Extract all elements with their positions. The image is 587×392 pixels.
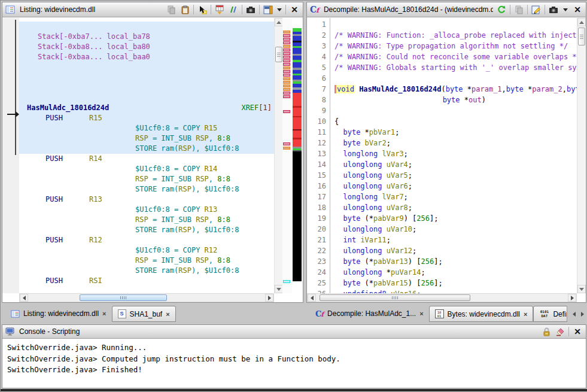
scroll-lock-icon[interactable] <box>541 326 552 337</box>
display-options-caret-icon[interactable] <box>276 4 282 15</box>
scrollbar-thumb[interactable] <box>275 47 282 62</box>
decompile-line[interactable]: ulonglong uVar8; <box>334 202 577 213</box>
decompile-line[interactable]: byte (*pabVar13) [256]; <box>334 256 577 267</box>
listing-line[interactable]: PUSHR13 <box>19 195 274 205</box>
listing-marker-margin[interactable] <box>282 18 292 293</box>
nav-marker[interactable] <box>283 81 290 84</box>
diff-view-icon[interactable] <box>228 4 239 15</box>
decompile-line[interactable]: ulonglong uVar12; <box>334 245 577 256</box>
scroll-left-arrow[interactable] <box>20 294 28 302</box>
nav-marker[interactable] <box>283 92 290 95</box>
snapshot-camera-icon[interactable] <box>548 4 559 15</box>
nav-marker[interactable] <box>283 147 290 150</box>
refresh-icon[interactable] <box>496 4 507 15</box>
listing-line[interactable]: STORE ram(RSP), $U1cf0:8 <box>19 184 274 195</box>
decompile-tab-defined-strings[interactable]: 0101DATDefined Strings× <box>533 306 567 322</box>
nav-marker[interactable] <box>283 142 290 145</box>
scroll-down-arrow[interactable] <box>577 285 586 293</box>
listing-code-area[interactable]: Stack[-0xba7... local_ba78Stack[-0xba8..… <box>19 18 274 293</box>
listing-line[interactable]: STORE ram(RSP), $U1cf0:8 <box>19 225 274 235</box>
nav-marker[interactable] <box>283 70 290 73</box>
display-options-icon[interactable] <box>263 4 273 15</box>
nav-marker[interactable] <box>283 38 290 41</box>
nav-marker[interactable] <box>283 84 290 87</box>
copy-icon[interactable] <box>166 4 177 15</box>
nav-marker[interactable] <box>283 34 290 37</box>
decompile-code-area[interactable]: /* WARNING: Function: _alloca_probe repl… <box>330 18 577 293</box>
decompile-line[interactable]: ulonglong uVar5; <box>334 170 577 181</box>
decompile-line[interactable] <box>334 19 577 30</box>
decompile-line[interactable]: longlong lVar7; <box>334 192 577 202</box>
nav-marker[interactable] <box>283 77 290 80</box>
listing-tab-listing-widevinecdm-dll[interactable]: Listing: widevinecdm.dll× <box>5 305 112 322</box>
decompile-tab-bytes-widevinecdm-dll[interactable]: 1001Bytes: widevinecdm.dll× <box>429 306 534 322</box>
scrollbar-thumb[interactable] <box>320 294 470 301</box>
decompile-vertical-scrollbar[interactable] <box>577 18 585 293</box>
listing-line[interactable]: Stack[-0xbaa... local_baa0 <box>19 52 274 62</box>
decompile-line[interactable]: ulonglong uVar10; <box>334 224 577 235</box>
listing-line[interactable] <box>19 72 274 83</box>
close-icon[interactable]: ✕ <box>289 4 300 15</box>
decompile-line[interactable]: longlong lVar3; <box>334 148 577 159</box>
decompile-line[interactable]: { <box>334 116 577 127</box>
nav-marker[interactable] <box>283 110 290 113</box>
listing-horizontal-scrollbar[interactable] <box>19 293 274 302</box>
listing-line[interactable]: Stack[-0xba7... local_ba78 <box>19 32 274 42</box>
listing-line[interactable]: $U1cf0:8 = COPY R14 <box>19 164 274 174</box>
listing-line[interactable]: STORE ram(RSP), $U1cf0:8 <box>19 144 274 154</box>
copy-icon[interactable] <box>513 4 524 15</box>
nav-marker[interactable] <box>283 48 290 51</box>
listing-line[interactable]: $U1cf0:8 = COPY R15 <box>19 123 274 133</box>
nav-marker[interactable] <box>283 95 290 98</box>
decompile-line[interactable]: byte *pbVar1; <box>334 127 577 138</box>
nav-marker[interactable] <box>283 74 290 77</box>
listing-line[interactable]: PUSHRSI <box>19 276 274 286</box>
close-icon[interactable]: ✕ <box>572 326 583 337</box>
scroll-left-arrow[interactable] <box>308 294 316 302</box>
listing-line[interactable]: RSP = INT_SUB RSP, 8:8 <box>19 133 274 144</box>
tab-scroll-right-icon[interactable] <box>578 309 586 320</box>
decompile-line[interactable]: /* WARNING: Could not reconcile some var… <box>334 51 577 62</box>
listing-line[interactable]: PUSHR14 <box>19 154 274 164</box>
listing-line[interactable] <box>19 83 274 93</box>
xref-field[interactable]: XREF[1] <box>241 103 272 113</box>
nav-marker[interactable] <box>283 66 290 69</box>
listing-line[interactable]: Stack[-0xba8... local_ba80 <box>19 42 274 52</box>
scrollbar-thumb[interactable] <box>578 28 585 45</box>
nav-marker[interactable] <box>283 280 290 283</box>
listing-line[interactable]: $U1cf0:8 = COPY R13 <box>19 205 274 215</box>
scroll-down-arrow[interactable] <box>275 285 283 293</box>
tab-close-icon[interactable]: × <box>166 311 169 318</box>
listing-line[interactable]: RSP = INT_SUB RSP, 8:8 <box>19 256 274 266</box>
nav-marker[interactable] <box>283 88 290 91</box>
decompile-line[interactable]: byte (*pabVar9) [256]; <box>334 213 577 224</box>
decompile-line[interactable]: ulonglong *puVar14; <box>334 267 577 278</box>
nav-marker[interactable] <box>283 59 290 62</box>
scroll-right-arrow[interactable] <box>568 294 576 302</box>
decompile-line[interactable]: byte *out) <box>334 95 577 105</box>
listing-line[interactable]: STORE ram(RSP), $U1cf0:8 <box>19 266 274 276</box>
nav-marker[interactable] <box>283 45 290 48</box>
nav-marker[interactable] <box>283 52 290 55</box>
decompile-line[interactable]: byte bVar2; <box>334 138 577 148</box>
update-listing-icon[interactable] <box>214 4 225 15</box>
listing-line[interactable]: RSP = INT_SUB RSP, 8:8 <box>19 174 274 184</box>
cursor-icon[interactable] <box>197 4 208 15</box>
scroll-up-arrow[interactable] <box>275 18 283 26</box>
decompile-line[interactable]: /* WARNING: Function: _alloca_probe repl… <box>334 30 577 41</box>
decompile-line[interactable] <box>334 105 577 116</box>
edit-icon[interactable] <box>531 4 542 15</box>
decompile-line[interactable]: /* WARNING: Globals starting with '_' ov… <box>334 62 577 73</box>
decompile-line[interactable]: undefined8 uVar16; <box>334 288 577 293</box>
scroll-right-arrow[interactable] <box>265 294 273 302</box>
listing-line[interactable] <box>19 93 274 103</box>
scroll-up-arrow[interactable] <box>577 18 586 26</box>
decompile-line[interactable] <box>334 73 577 84</box>
nav-marker[interactable] <box>283 41 290 44</box>
nav-marker[interactable] <box>283 56 290 59</box>
listing-line[interactable]: HasMulAdc_18016d24dXREF[1] <box>19 103 274 113</box>
decompile-line[interactable]: ulonglong uVar4; <box>334 159 577 170</box>
clear-console-eraser-icon[interactable] <box>555 326 565 337</box>
paste-icon[interactable] <box>180 4 190 15</box>
listing-overview-bar[interactable] <box>292 18 303 293</box>
